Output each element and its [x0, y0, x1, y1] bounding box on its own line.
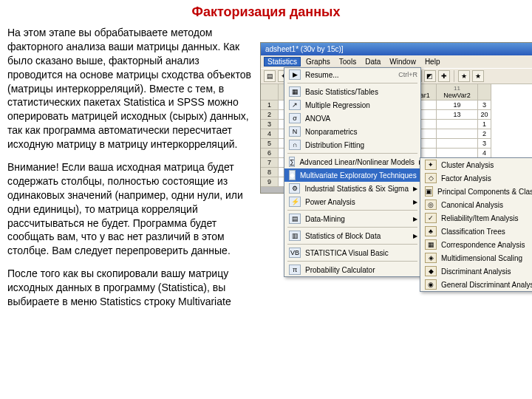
submenu-item-icon: ✓ — [425, 213, 437, 223]
submenu-item[interactable]: ◈Multidimensional Scaling — [420, 251, 532, 265]
menu-item-icon: VB — [289, 248, 301, 258]
submenu-item[interactable]: ♣Classification Trees — [420, 225, 532, 238]
submenu-item-icon: ✦ — [425, 160, 437, 170]
paragraph-3: После того как вы скопировали вашу матри… — [7, 267, 251, 309]
submenu-item-icon: ◆ — [425, 266, 437, 276]
menu-item-icon: ▦ — [289, 86, 301, 97]
submenu-item-icon: ◎ — [425, 200, 437, 210]
row-header[interactable]: 9 — [261, 177, 279, 187]
menu-item[interactable]: ▤Data-Mining▶ — [284, 212, 420, 225]
cell[interactable] — [437, 139, 478, 149]
toolbar-btn-1[interactable]: ▤ — [264, 70, 276, 82]
submenu-item-icon: ▦ — [425, 239, 437, 250]
menu-item[interactable]: πProbability Calculator — [284, 263, 420, 276]
menu-item[interactable]: ↗Multiple Regression — [284, 98, 420, 112]
row-header[interactable]: 3 — [261, 120, 279, 129]
submenu-item[interactable]: ▦Correspondence Analysis — [420, 238, 532, 251]
submenu-item-icon: ♣ — [425, 226, 437, 236]
statistics-menu: ▶Resume...Ctrl+R▦Basic Statistics/Tables… — [284, 67, 421, 277]
submenu-item[interactable]: ◉General Discriminant Analysis Models — [420, 278, 532, 291]
col-header[interactable]: 11NewVar2 — [437, 84, 478, 100]
submenu-item[interactable]: ✓Reliability/Item Analysis — [420, 211, 532, 225]
cell[interactable]: 1 — [478, 120, 491, 129]
toolbar-btn-10[interactable]: ★ — [472, 70, 484, 82]
cell[interactable]: 3 — [478, 139, 491, 149]
page-title: Факторизация данных — [0, 4, 532, 20]
menu-item[interactable]: ⚡Power Analysis▶ — [284, 195, 420, 208]
resume-icon: ▶ — [289, 69, 301, 80]
menu-item[interactable]: ∑Advanced Linear/Nonlinear Models▶ — [284, 155, 420, 168]
row-header[interactable]: 6 — [261, 149, 279, 158]
submenu-item[interactable]: ✦Cluster Analysis — [420, 158, 532, 171]
cell[interactable]: 19 — [437, 100, 478, 110]
submenu-item-icon: ◉ — [425, 279, 437, 290]
toolbar-btn-7[interactable]: ◩ — [424, 70, 436, 82]
menu-item-icon: ◆ — [289, 170, 296, 180]
row-header[interactable]: 7 — [261, 158, 279, 168]
submenu-item-icon: ◈ — [425, 253, 437, 263]
paragraph-1: На этом этапе вы обрабатываете методом ф… — [7, 26, 251, 151]
menu-help[interactable]: Help — [421, 57, 444, 66]
menu-item-icon: ▥ — [289, 231, 301, 241]
menu-item-icon: N — [289, 126, 301, 137]
menu-item-icon: ⚙ — [289, 183, 300, 194]
menu-item[interactable]: ◆Multivariate Exploratory Techniques▶ — [284, 168, 420, 182]
submenu-item-icon: ◇ — [425, 173, 437, 183]
menu-item-resume[interactable]: ▶Resume...Ctrl+R — [284, 68, 420, 81]
menu-item[interactable]: ∩Distribution Fitting — [284, 138, 420, 151]
menu-graphs[interactable]: Graphs — [302, 57, 334, 66]
toolbar-btn-8[interactable]: ✚ — [438, 70, 450, 82]
row-header[interactable]: 4 — [261, 129, 279, 139]
cell[interactable]: 13 — [437, 110, 478, 120]
cell[interactable] — [437, 120, 478, 129]
menu-item-icon: ⚡ — [289, 197, 301, 207]
menu-item[interactable]: ⚙Industrial Statistics & Six Sigma▶ — [284, 182, 420, 195]
row-header[interactable]: 2 — [261, 110, 279, 120]
menu-tools[interactable]: Tools — [335, 57, 360, 66]
menu-item[interactable]: σANOVA — [284, 112, 420, 125]
menu-item-icon: π — [289, 265, 301, 275]
submenu-item[interactable]: ◎Canonical Analysis — [420, 198, 532, 211]
menu-item-icon: ∑ — [289, 157, 295, 167]
menu-item-icon: ∩ — [289, 140, 301, 150]
cell[interactable] — [437, 129, 478, 139]
cell[interactable]: 3 — [478, 100, 491, 110]
cell[interactable]: 20 — [478, 110, 491, 120]
submenu-item[interactable]: ◇Factor Analysis — [420, 171, 532, 185]
row-header[interactable]: 1 — [261, 100, 279, 110]
submenu-item-icon: ▣ — [425, 186, 433, 197]
article-text: На этом этапе вы обрабатываете методом ф… — [7, 26, 251, 318]
menu-item-icon: ▤ — [289, 214, 301, 224]
row-header[interactable]: 5 — [261, 139, 279, 149]
menu-window[interactable]: Window — [386, 57, 420, 66]
submenu-item[interactable]: ◆Discriminant Analysis — [420, 265, 532, 278]
menu-item-icon: ↗ — [289, 100, 301, 110]
row-header[interactable]: 8 — [261, 168, 279, 177]
menu-item[interactable]: NNonparametrics — [284, 125, 420, 138]
menu-data[interactable]: Data — [361, 57, 384, 66]
window-titlebar: adsheet1* (30v by 15c)] — [261, 43, 532, 55]
menubar: StatisticsGraphsToolsDataWindowHelp — [261, 55, 532, 68]
paragraph-2: Внимание! Если ваша исходная матрица буд… — [7, 160, 251, 258]
cell[interactable]: 2 — [478, 129, 491, 139]
menu-statistics[interactable]: Statistics — [264, 57, 301, 66]
menu-item[interactable]: ▦Basic Statistics/Tables — [284, 85, 420, 98]
submenu-item[interactable]: ▣Principal Components & Classification A… — [420, 185, 532, 198]
menu-item[interactable]: VBSTATISTICA Visual Basic — [284, 246, 420, 259]
menu-item[interactable]: ▥Statistics of Block Data▶ — [284, 229, 420, 242]
multivariate-submenu: ✦Cluster Analysis◇Factor Analysis▣Princi… — [420, 157, 532, 292]
toolbar-btn-9[interactable]: ★ — [458, 70, 470, 82]
menu-item-icon: σ — [289, 113, 301, 123]
